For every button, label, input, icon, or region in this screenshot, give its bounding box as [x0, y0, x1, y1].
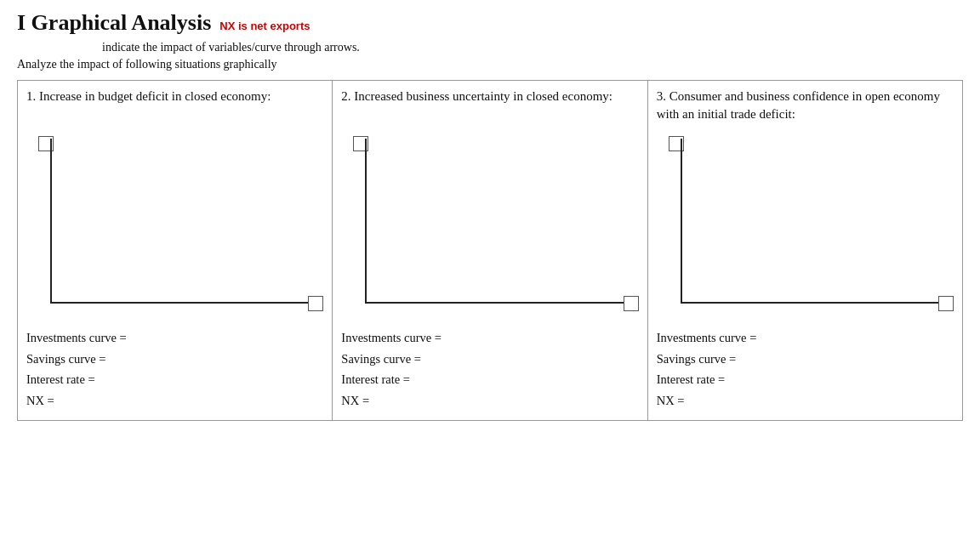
col2-nx-row: NX =	[341, 390, 638, 412]
col3-investments-label: Investments curve =	[657, 327, 757, 349]
page-title: I Graphical Analysis	[17, 10, 211, 36]
col1-axis-v	[50, 139, 52, 302]
col2-savings-label: Savings curve =	[341, 349, 421, 370]
col3-interest-label: Interest rate =	[657, 369, 726, 390]
col3-nx-row: NX =	[657, 390, 954, 412]
col1-box-right	[308, 296, 323, 311]
col1-labels: Investments curve = Savings curve = Inte…	[26, 327, 323, 412]
col3-interest-row: Interest rate =	[657, 369, 954, 390]
col1-header: 1. Increase in budget deficit in closed …	[26, 88, 323, 125]
col3-graph	[657, 132, 954, 319]
col2-interest-label: Interest rate =	[341, 369, 410, 390]
column-3: 3. Consumer and business confidence in o…	[648, 81, 962, 420]
col2-investments-row: Investments curve =	[341, 327, 638, 349]
col3-savings-label: Savings curve =	[657, 349, 737, 370]
col1-interest-row: Interest rate =	[26, 369, 323, 390]
column-2: 2. Increased business uncertainty in clo…	[333, 81, 647, 420]
col1-investments-row: Investments curve =	[26, 327, 323, 349]
col2-axis-v	[365, 139, 367, 302]
col2-graph	[341, 132, 638, 319]
col1-axis-h	[50, 302, 322, 304]
col2-labels: Investments curve = Savings curve = Inte…	[341, 327, 638, 412]
columns-container: 1. Increase in budget deficit in closed …	[17, 80, 963, 421]
col3-header: 3. Consumer and business confidence in o…	[657, 88, 954, 125]
col2-investments-label: Investments curve =	[341, 327, 442, 349]
col2-savings-row: Savings curve =	[341, 349, 638, 370]
col1-interest-label: Interest rate =	[26, 369, 95, 390]
col1-investments-label: Investments curve =	[26, 327, 127, 349]
col3-investments-row: Investments curve =	[657, 327, 954, 349]
column-1: 1. Increase in budget deficit in closed …	[18, 81, 333, 420]
col2-header: 2. Increased business uncertainty in clo…	[341, 88, 638, 125]
col1-nx-label: NX =	[26, 390, 54, 412]
col3-axis-h	[681, 302, 952, 304]
col3-nx-label: NX =	[657, 390, 685, 412]
col3-box-right	[938, 296, 954, 311]
col1-nx-row: NX =	[26, 390, 323, 412]
instruction2: Analyze the impact of following situatio…	[17, 58, 963, 71]
col3-axis-v	[681, 139, 682, 302]
col2-nx-label: NX =	[341, 390, 369, 412]
col2-box-right	[624, 296, 639, 311]
page-title-area: I Graphical Analysis NX is net exports	[17, 10, 963, 36]
col1-savings-row: Savings curve =	[26, 349, 323, 370]
col3-savings-row: Savings curve =	[657, 349, 954, 370]
col2-interest-row: Interest rate =	[341, 369, 638, 390]
col3-labels: Investments curve = Savings curve = Inte…	[657, 327, 954, 412]
col2-axis-h	[365, 302, 636, 304]
nx-note: NX is net exports	[219, 20, 310, 32]
col1-savings-label: Savings curve =	[26, 349, 106, 370]
col1-graph	[26, 132, 323, 319]
instruction1: indicate the impact of variables/curve t…	[17, 41, 963, 54]
